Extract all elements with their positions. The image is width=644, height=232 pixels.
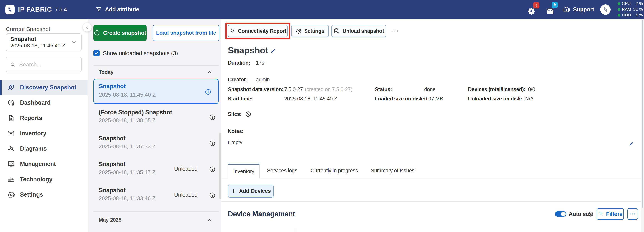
gear-icon	[296, 28, 302, 34]
tab-label: Inventory	[233, 169, 254, 174]
cpu-label: CPU	[622, 1, 630, 6]
table-column-edge	[296, 228, 296, 232]
sidebar-item-technology[interactable]: Technology	[0, 172, 88, 187]
sidebar-item-inventory[interactable]: Inventory	[0, 126, 88, 141]
edit-title-pencil-icon[interactable]	[270, 48, 276, 54]
table-more-button[interactable]	[627, 208, 638, 220]
support-button[interactable]: Support	[562, 0, 594, 19]
info-icon[interactable]	[209, 114, 216, 121]
window-scrollbar-thumb[interactable]	[642, 20, 644, 208]
ram-label: RAM	[622, 7, 631, 12]
ipfabric-logo	[5, 5, 14, 14]
add-attribute-label: Add attribute	[105, 6, 139, 13]
snapshot-item[interactable]: (Force Stopped) Snapshot 2025-08-18, 11:…	[93, 109, 219, 127]
settings-button[interactable]: Settings	[291, 25, 329, 37]
ram-value: 31 %	[633, 7, 643, 12]
info-icon[interactable]	[209, 140, 216, 147]
info-icon[interactable]	[209, 166, 216, 173]
status-label: Status:	[375, 86, 424, 92]
snapshot-item[interactable]: Snapshot 2025-08-18, 11:37:33 Z	[93, 135, 219, 153]
group-header-may-2025: May 2025	[99, 217, 122, 224]
show-unloaded-label[interactable]: Show unloaded snapshots (3)	[103, 50, 178, 56]
snapshot-item[interactable]: Snapshot 2025-08-18, 11:33:46 Z Unloaded	[93, 187, 219, 205]
snapshot-title: Snapshot	[99, 161, 126, 168]
tab-inventory[interactable]: Inventory	[228, 164, 260, 178]
sidebar-item-label: Diagrams	[20, 145, 47, 152]
notification-badge[interactable]	[552, 2, 558, 8]
duration-label: Duration:	[228, 60, 256, 66]
sidebar-item-discovery-snapshot[interactable]: Discovery Snapshot	[0, 80, 88, 95]
unloaded-size-label: Unloaded size on disk:	[468, 96, 522, 102]
snapshot-selector-dropdown[interactable]: Snapshot 2025-08-18, 11:45:40 Z	[6, 33, 82, 51]
ram-status-dot	[618, 8, 620, 11]
sidebar-item-dashboard[interactable]: Dashboard	[0, 95, 88, 110]
support-label: Support	[573, 6, 594, 13]
snapshot-timestamp: 2025-08-18, 11:45:40 Z	[99, 92, 156, 98]
devices-label: Devices (total/licensed):	[468, 86, 525, 92]
cpu-status-dot	[618, 2, 620, 5]
snapshot-timestamp: 2025-08-18, 11:35:47 Z	[99, 169, 156, 176]
alert-badge[interactable]: !	[533, 2, 539, 8]
ellipsis-icon	[630, 211, 636, 217]
sidebar-item-diagrams[interactable]: Diagrams	[0, 141, 88, 156]
brand-version: 7.5.4	[55, 6, 67, 13]
sidebar-item-reports[interactable]: Reports	[0, 110, 88, 126]
chevron-down-icon	[71, 39, 77, 45]
unload-snapshot-button[interactable]: Unload snapshot	[332, 25, 386, 37]
tabs-bottom-border	[222, 178, 641, 178]
creator-value: admin	[256, 77, 270, 83]
status-value: done	[424, 86, 436, 92]
filter-lines-icon	[598, 211, 604, 217]
snapshot-item-selected[interactable]: Snapshot 2025-08-18, 11:45:40 Z	[93, 79, 219, 104]
app-window: IP FABRIC 7.5.4 Add attribute ! Support	[0, 0, 644, 232]
edit-notes-pencil-icon[interactable]	[628, 141, 634, 147]
sidebar-item-settings[interactable]: Settings	[0, 187, 88, 202]
add-attribute-button[interactable]: Add attribute	[96, 0, 139, 19]
gauge-icon	[7, 99, 15, 107]
stat-ram: RAM 31 %	[618, 6, 643, 12]
toolbar-more-button[interactable]	[389, 28, 401, 34]
chevron-up-icon[interactable]	[207, 217, 212, 223]
collapse-panel-button[interactable]	[83, 23, 92, 31]
tab-currently-in-progress[interactable]: Currently in progress	[311, 164, 358, 178]
tab-summary-of-issues[interactable]: Summary of Issues	[371, 164, 414, 178]
load-snapshot-button[interactable]: Load snapshot from file	[153, 25, 220, 41]
detail-devices: Devices (total/licensed): 0/0	[468, 86, 535, 93]
connectivity-report-label: Connectivity Report	[238, 28, 286, 34]
snapshot-item[interactable]: Snapshot 2025-08-18, 11:35:47 Z Unloaded	[93, 161, 219, 179]
chevron-up-icon[interactable]	[207, 69, 212, 75]
create-snapshot-button[interactable]: Create snapshot	[93, 25, 146, 41]
plug-icon	[229, 28, 235, 34]
show-unloaded-checkbox[interactable]	[93, 50, 100, 56]
connectivity-report-button[interactable]: Connectivity Report	[228, 25, 288, 37]
start-time-label: Start time:	[228, 96, 284, 102]
detail-start-time: Start time: 2025-08-18, 11:45:40 Z	[228, 95, 337, 102]
info-icon[interactable]	[205, 88, 212, 95]
tab-label: Services logs	[267, 168, 297, 174]
snapshot-list-scrollbar[interactable]	[220, 133, 221, 199]
monitor-code-icon	[7, 160, 15, 168]
cpu-value: 2 %	[636, 1, 643, 6]
avatar-logo-icon	[602, 6, 609, 13]
sidebar-item-label: Inventory	[20, 130, 46, 137]
info-icon[interactable]	[209, 192, 216, 199]
hdd-status-dot	[618, 14, 620, 17]
start-time-value: 2025-08-18, 11:45:40 Z	[284, 96, 337, 102]
question-circle-icon[interactable]	[588, 211, 594, 217]
main-content: Connectivity Report Settings Unload snap…	[222, 19, 641, 232]
brand: IP FABRIC 7.5.4	[18, 0, 67, 19]
ban-icon	[245, 111, 252, 117]
alert-badge-text: !	[536, 3, 537, 8]
add-devices-button[interactable]: Add Devices	[228, 185, 274, 198]
devices-value: 0/0	[528, 86, 535, 92]
sidebar-item-management[interactable]: Management	[0, 156, 88, 172]
sites-label: Sites:	[228, 111, 242, 117]
search-input[interactable]	[19, 61, 72, 68]
filters-button[interactable]: Filters	[597, 208, 624, 220]
auto-size-toggle[interactable]	[555, 211, 566, 217]
tab-label: Currently in progress	[311, 168, 358, 174]
tab-services-logs[interactable]: Services logs	[267, 164, 297, 178]
detail-creator: Creator: admin	[228, 76, 270, 83]
user-avatar[interactable]	[600, 4, 611, 15]
hdd-value: 4 %	[636, 13, 643, 18]
